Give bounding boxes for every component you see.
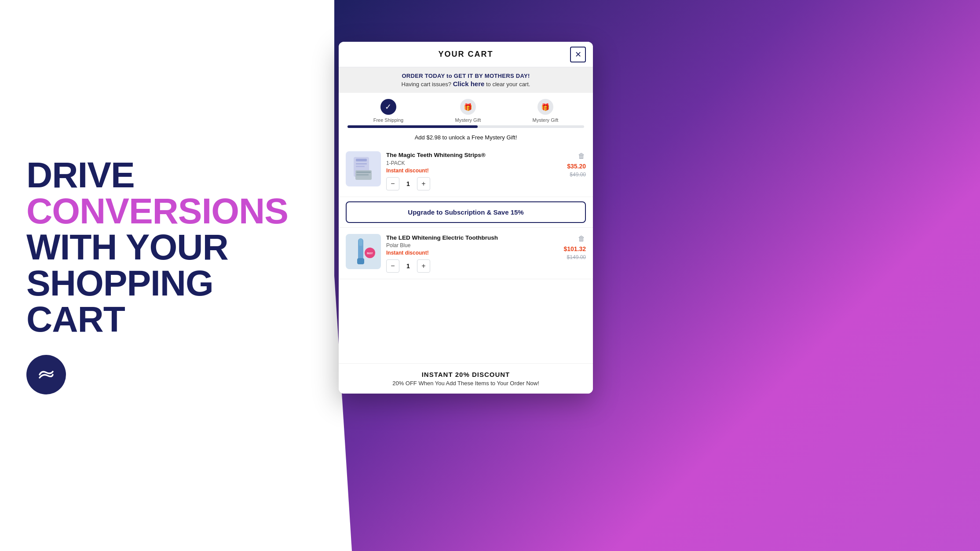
progress-bar-container xyxy=(339,125,593,131)
progress-bar-track xyxy=(347,125,584,128)
item-variant-led-toothbrush: Polar Blue xyxy=(386,242,558,248)
item-discount-teeth-strips: Instant discount! xyxy=(386,168,562,174)
price-sale-teeth-strips: $35.20 xyxy=(567,163,586,170)
item-name-teeth-strips: The Magic Teeth Whitening Strips® xyxy=(386,151,562,159)
qty-increase-led-toothbrush[interactable]: + xyxy=(417,259,430,273)
qty-value-led-toothbrush: 1 xyxy=(404,263,413,270)
milestone-mystery-gift-2: 🎁 Mystery Gift xyxy=(533,99,559,123)
led-toothbrush-product-image: BEST xyxy=(349,236,378,267)
item-variant-teeth-strips: 1-PACK xyxy=(386,160,562,166)
item-details-teeth-strips: The Magic Teeth Whitening Strips® 1-PACK… xyxy=(386,151,562,190)
headline-line3: WITH YOUR xyxy=(26,229,308,265)
banner-prefix: Having cart issues? xyxy=(402,81,451,88)
milestone-mystery-gift-1: 🎁 Mystery Gift xyxy=(455,99,481,123)
cart-items-list: The Magic Teeth Whitening Strips® 1-PACK… xyxy=(339,145,593,363)
delete-button-led-toothbrush[interactable]: 🗑 xyxy=(577,234,586,244)
delete-button-teeth-strips[interactable]: 🗑 xyxy=(577,151,586,161)
milestone-checkmark-icon: ✓ xyxy=(380,99,396,115)
main-headline: DRIVE CONVERSIONS WITH YOUR SHOPPING CAR… xyxy=(26,157,308,337)
milestone-lock-icon-2: 🎁 xyxy=(538,99,553,115)
price-original-teeth-strips: $49.00 xyxy=(570,172,586,178)
milestone-lock-icon-1: 🎁 xyxy=(460,99,476,115)
cart-header: YOUR CART ✕ xyxy=(339,42,593,67)
logo-circle xyxy=(26,355,66,394)
price-sale-led-toothbrush: $101.32 xyxy=(563,245,586,252)
logo-icon xyxy=(35,364,57,386)
svg-text:BEST: BEST xyxy=(367,252,373,255)
milestone-label-gift1: Mystery Gift xyxy=(455,117,481,123)
milestone-free-shipping: ✓ Free Shipping xyxy=(373,99,404,123)
upgrade-btn-wrapper: Upgrade to Subscription & Save 15% xyxy=(339,197,593,228)
upgrade-subscription-button[interactable]: Upgrade to Subscription & Save 15% xyxy=(346,201,586,223)
instant-discount-section: INSTANT 20% DISCOUNT 20% OFF When You Ad… xyxy=(339,363,593,394)
qty-decrease-led-toothbrush[interactable]: − xyxy=(386,259,399,273)
cart-title: YOUR CART xyxy=(439,50,494,59)
milestone-label-shipping: Free Shipping xyxy=(373,117,404,123)
unlock-message: Add $2.98 to unlock a Free Mystery Gift! xyxy=(339,131,593,145)
milestones-row: ✓ Free Shipping 🎁 Mystery Gift 🎁 Mystery… xyxy=(339,93,593,125)
price-original-led-toothbrush: $149.00 xyxy=(567,254,586,260)
item-details-led-toothbrush: The LED Whitening Electric Toothbrush Po… xyxy=(386,234,558,273)
item-qty-row-teeth-strips: − 1 + xyxy=(386,177,562,190)
item-discount-led-toothbrush: Instant discount! xyxy=(386,250,558,256)
svg-rect-2 xyxy=(356,163,367,164)
headline-line1: DRIVE xyxy=(26,157,308,193)
progress-bar-fill xyxy=(347,125,478,128)
milestone-label-gift2: Mystery Gift xyxy=(533,117,559,123)
item-image-teeth-strips xyxy=(346,151,381,186)
item-price-col-teeth-strips: 🗑 $35.20 $49.00 xyxy=(567,151,586,178)
teeth-strips-product-image xyxy=(349,153,378,184)
banner-suffix: to clear your cart. xyxy=(486,81,530,88)
item-image-led-toothbrush: BEST xyxy=(346,234,381,269)
qty-increase-teeth-strips[interactable]: + xyxy=(417,177,430,190)
banner-line1: ORDER TODAY to GET IT BY MOTHERS DAY! xyxy=(347,73,584,79)
discount-subtitle: 20% OFF When You Add These Items to Your… xyxy=(347,380,584,387)
left-panel: DRIVE CONVERSIONS WITH YOUR SHOPPING CAR… xyxy=(0,0,334,551)
svg-rect-5 xyxy=(356,172,371,173)
qty-decrease-teeth-strips[interactable]: − xyxy=(386,177,399,190)
banner-link[interactable]: Click here xyxy=(453,80,485,88)
cart-item-led-toothbrush: BEST The LED Whitening Electric Toothbru… xyxy=(339,228,593,280)
svg-rect-6 xyxy=(356,174,369,175)
svg-rect-1 xyxy=(356,159,367,161)
item-price-col-led-toothbrush: 🗑 $101.32 $149.00 xyxy=(563,234,586,260)
cart-item-teeth-strips: The Magic Teeth Whitening Strips® 1-PACK… xyxy=(339,145,593,197)
svg-rect-3 xyxy=(356,166,365,167)
cart-panel: YOUR CART ✕ ORDER TODAY to GET IT BY MOT… xyxy=(339,42,593,394)
headline-line2-gradient: CONVERSIONS xyxy=(26,191,288,231)
banner-line2: Having cart issues? Click here to clear … xyxy=(347,80,584,88)
cart-close-button[interactable]: ✕ xyxy=(570,47,586,62)
headline-line4: SHOPPING CART xyxy=(26,265,308,337)
cart-banner: ORDER TODAY to GET IT BY MOTHERS DAY! Ha… xyxy=(339,67,593,93)
svg-rect-8 xyxy=(357,258,364,264)
item-qty-row-led-toothbrush: − 1 + xyxy=(386,259,558,273)
qty-value-teeth-strips: 1 xyxy=(404,180,413,187)
discount-title: INSTANT 20% DISCOUNT xyxy=(347,371,584,378)
svg-rect-9 xyxy=(359,239,362,246)
item-name-led-toothbrush: The LED Whitening Electric Toothbrush xyxy=(386,234,558,242)
